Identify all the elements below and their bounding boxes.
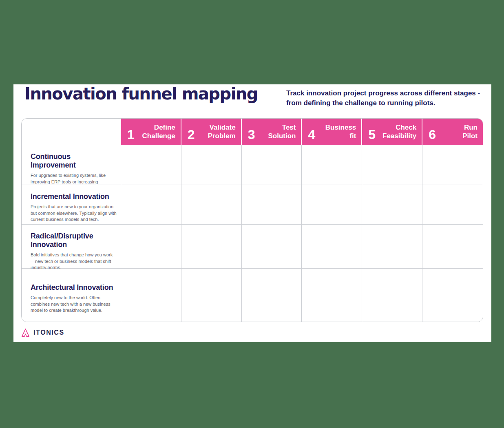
stage-label: Business fit: [325, 124, 356, 141]
stage-header-run-pilot: 6 Run Pilot: [422, 119, 483, 145]
stage-label: Define Challenge: [142, 124, 175, 141]
row-description: Bold initiatives that change how you wor…: [31, 252, 117, 271]
stage-number: 2: [188, 128, 195, 141]
page-subtitle: Track innovation project progress across…: [286, 88, 492, 108]
itonics-arrow-icon: [21, 328, 30, 338]
stage-label-line: Test: [268, 124, 296, 132]
funnel-cell-empty: [121, 225, 181, 269]
template-card: Innovation funnel mapping Track innovati…: [13, 84, 491, 342]
itonics-logo: ITONICS: [21, 327, 64, 338]
page-background: Innovation funnel mapping Track innovati…: [0, 0, 504, 428]
funnel-cell-empty: [181, 185, 242, 225]
row-title: Continuous Improvement: [31, 152, 116, 170]
stage-label-line: Run: [462, 124, 477, 132]
row-description: Projects that are new to your organizati…: [31, 204, 117, 223]
funnel-cell-empty: [121, 185, 181, 225]
row-label-continuous-improvement: Continuous Improvement For upgrades to e…: [22, 145, 121, 185]
stage-label-line: Business: [325, 124, 356, 132]
funnel-cell-empty: [242, 145, 302, 185]
row-title: Architectural Innovation: [31, 283, 116, 292]
table-corner-cell: [22, 119, 121, 145]
funnel-cell-empty: [302, 269, 362, 322]
stage-number: 1: [127, 128, 135, 141]
row-label-radical-disruptive-innovation: Radical/Disruptive Innovation Bold initi…: [22, 225, 121, 269]
stage-label: Test Solution: [268, 124, 296, 141]
stage-number: 6: [429, 128, 436, 141]
funnel-cell-empty: [302, 145, 362, 185]
row-label-incremental-innovation: Incremental Innovation Projects that are…: [22, 185, 121, 225]
funnel-cell-empty: [422, 145, 483, 185]
row-title: Radical/Disruptive Innovation: [31, 232, 116, 249]
stage-label: Validate Problem: [208, 124, 236, 141]
funnel-cell-empty: [422, 269, 483, 322]
funnel-cell-empty: [362, 185, 422, 225]
funnel-cell-empty: [121, 145, 181, 185]
funnel-cell-empty: [121, 269, 181, 322]
funnel-cell-empty: [242, 225, 302, 269]
funnel-cell-empty: [362, 269, 422, 322]
stage-label-line: Validate: [208, 124, 236, 132]
row-label-architectural-innovation: Architectural Innovation Completely new …: [22, 269, 121, 322]
stage-header-test-solution: 3 Test Solution: [242, 119, 302, 145]
stage-header-define-challenge: 1 Define Challenge: [121, 119, 181, 145]
page-title: Innovation funnel mapping: [24, 84, 258, 103]
stage-number: 5: [368, 128, 376, 141]
stage-label: Check Feasibility: [382, 124, 416, 141]
stage-label-line: Define: [142, 124, 175, 132]
funnel-cell-empty: [362, 225, 422, 269]
funnel-cell-empty: [181, 225, 242, 269]
stage-number: 3: [248, 128, 255, 141]
funnel-cell-empty: [181, 269, 242, 322]
itonics-logo-text: ITONICS: [33, 329, 64, 336]
funnel-cell-empty: [302, 185, 362, 225]
stage-label-line: Problem: [208, 132, 236, 140]
stage-label-line: fit: [325, 132, 356, 140]
stage-label: Run Pilot: [462, 124, 477, 141]
funnel-cell-empty: [302, 225, 362, 269]
row-description: Completely new to the world. Often combi…: [31, 295, 117, 313]
funnel-cell-empty: [362, 145, 422, 185]
funnel-cell-empty: [181, 145, 242, 185]
stage-header-check-feasibility: 5 Check Feasibility: [362, 119, 422, 145]
stage-label-line: Check: [382, 124, 416, 132]
row-title: Incremental Innovation: [31, 192, 116, 201]
funnel-cell-empty: [422, 225, 483, 269]
stage-label-line: Solution: [268, 132, 296, 140]
funnel-table: 1 Define Challenge 2 Validate Problem 3 …: [21, 118, 483, 322]
stage-number: 4: [308, 128, 315, 141]
funnel-cell-empty: [242, 185, 302, 225]
stage-header-business-fit: 4 Business fit: [302, 119, 362, 145]
funnel-cell-empty: [242, 269, 302, 322]
stage-label-line: Feasibility: [382, 132, 416, 140]
stage-label-line: Pilot: [462, 132, 477, 140]
stage-header-validate-problem: 2 Validate Problem: [181, 119, 242, 145]
stage-label-line: Challenge: [142, 132, 175, 140]
funnel-cell-empty: [422, 185, 483, 225]
